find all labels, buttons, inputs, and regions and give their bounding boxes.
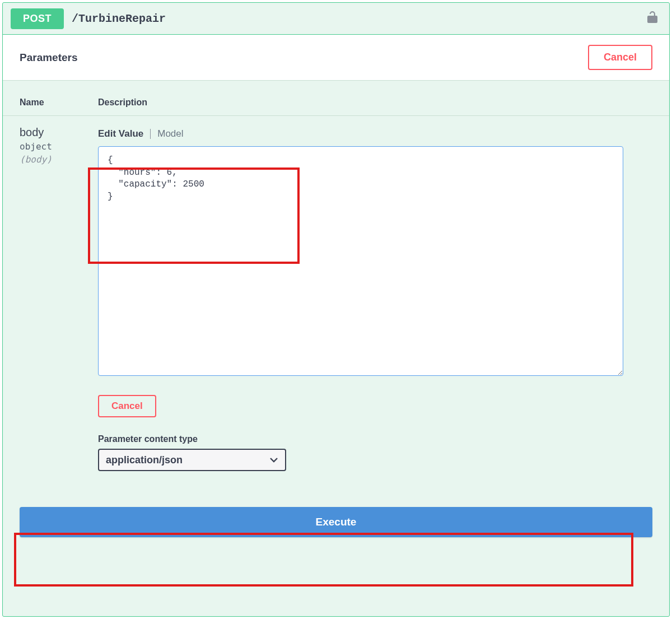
- content-type-select[interactable]: application/json: [98, 449, 286, 471]
- parameters-table-head: Name Description: [3, 81, 669, 116]
- highlight-execute: [14, 533, 633, 587]
- operation-path: /TurbineRepair: [72, 12, 647, 25]
- tab-edit-value[interactable]: Edit Value: [98, 128, 143, 139]
- cancel-tryout-button[interactable]: Cancel: [588, 45, 652, 70]
- parameters-title: Parameters: [20, 52, 78, 64]
- method-badge: POST: [11, 8, 64, 29]
- parameter-in: (body): [20, 154, 98, 165]
- operation-header[interactable]: POST /TurbineRepair: [3, 3, 669, 34]
- execute-wrap: Execute: [3, 507, 669, 537]
- tab-model[interactable]: Model: [157, 128, 183, 139]
- column-description: Description: [98, 97, 147, 108]
- column-name: Name: [20, 97, 98, 108]
- execute-button[interactable]: Execute: [20, 507, 652, 537]
- cancel-body-button[interactable]: Cancel: [98, 395, 156, 417]
- content-type-label: Parameter content type: [98, 434, 652, 444]
- parameter-type: object: [20, 141, 98, 152]
- body-textarea[interactable]: [98, 146, 623, 376]
- parameters-header: Parameters Cancel: [3, 34, 669, 81]
- operation-panel: POST /TurbineRepair Parameters Cancel Na…: [2, 2, 670, 617]
- body-tabs: Edit Value Model: [98, 128, 652, 139]
- tab-separator: [150, 129, 151, 139]
- parameter-description-cell: Edit Value Model Cancel Parameter conten…: [98, 126, 652, 471]
- unlock-icon[interactable]: [647, 11, 658, 26]
- parameter-row: body object (body) Edit Value Model Canc…: [3, 116, 669, 471]
- parameter-name-cell: body object (body): [20, 126, 98, 471]
- content-type-select-wrap: application/json: [98, 449, 286, 471]
- parameter-name: body: [20, 126, 98, 139]
